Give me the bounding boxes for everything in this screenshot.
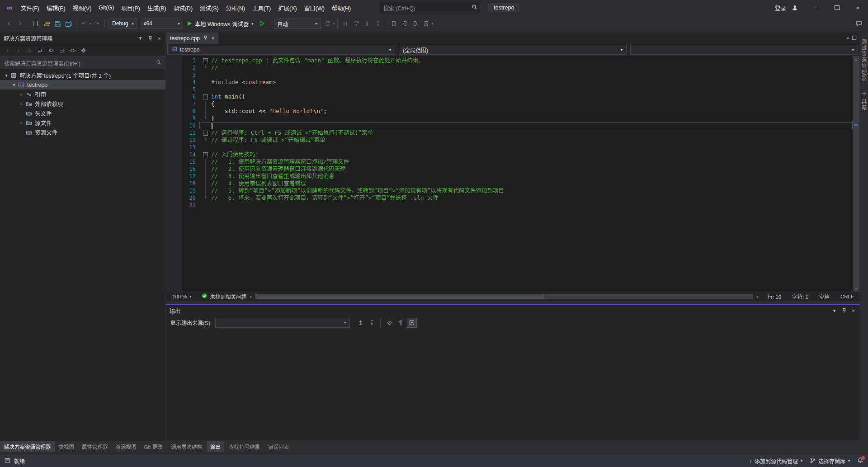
line-number[interactable]: 14 <box>182 151 199 158</box>
line-body[interactable]: │// 5. 转到“项目”>“添加新项”以创建新的代码文件，或转到“项目”>“添… <box>199 187 853 194</box>
menu-item-7[interactable]: 测试(S) <box>196 0 222 15</box>
scroll-left-arrow-icon[interactable]: ◂ <box>246 294 255 299</box>
toolbar-overflow-chevron-icon[interactable]: ▾ <box>432 22 434 26</box>
start-without-debugging-icon[interactable] <box>257 18 268 29</box>
line-number[interactable]: 11 <box>182 130 199 136</box>
line-number[interactable]: 13 <box>182 144 199 151</box>
minimize-button[interactable] <box>806 0 826 15</box>
navigate-back-icon[interactable] <box>4 18 14 29</box>
maximize-button[interactable] <box>826 0 847 15</box>
solution-configuration-combo[interactable]: Debug ▾ <box>108 19 137 29</box>
code-line[interactable]: 12└// 调试程序: F5 或调试 >“开始调试”菜单 <box>182 137 853 144</box>
code-line[interactable]: 18│// 4. 使用错误列表窗口查看错误 <box>182 180 853 187</box>
code-line[interactable]: 2└// <box>182 64 853 71</box>
clear-bookmarks-icon[interactable] <box>421 18 432 29</box>
switch-views-icon[interactable]: ⇄ <box>35 46 45 55</box>
line-number[interactable]: 10 <box>182 123 199 129</box>
step-out-icon[interactable] <box>373 18 383 29</box>
menu-item-2[interactable]: 视图(V) <box>69 0 95 15</box>
fold-collapse-icon[interactable]: - <box>202 93 208 100</box>
fold-collapse-icon[interactable]: - <box>202 57 208 64</box>
fold-collapse-icon[interactable]: - <box>202 129 208 137</box>
code-line[interactable]: 1-// testrepo.cpp : 此文件包含 "main" 函数。程序执行… <box>182 57 853 64</box>
send-feedback-icon[interactable] <box>854 18 864 29</box>
tree-item-6[interactable]: 资源文件 <box>0 127 165 137</box>
line-body[interactable]: #include <iostream> <box>199 79 853 86</box>
line-body[interactable]: │// 2. 使用团队资源管理器窗口连接到源代码管理 <box>199 165 853 173</box>
line-body[interactable] <box>199 144 853 151</box>
document-tab-testrepo-cpp[interactable]: testrepo.cpp × <box>166 33 218 44</box>
auto-hide-tab-0[interactable]: 测试资源管理器 <box>860 39 868 82</box>
line-body[interactable]: └// 6. 将来，若要再次打开此项目，请转到“文件”>“打开”>“项目”并选择… <box>199 194 853 202</box>
line-body[interactable]: │{ <box>199 100 853 108</box>
code-line[interactable]: 10 <box>182 122 853 129</box>
code-line[interactable]: 9└} <box>182 115 853 122</box>
menu-item-10[interactable]: 扩展(X) <box>274 0 301 15</box>
step-into-icon[interactable] <box>362 18 373 29</box>
line-body[interactable]: │// 3. 使用输出窗口查看生成输出和其他消息 <box>199 173 853 180</box>
line-number[interactable]: 19 <box>182 188 199 194</box>
home-icon[interactable]: ⌂ <box>24 46 34 55</box>
tree-item-3[interactable]: ▹外部依赖项 <box>0 99 165 108</box>
pin-icon[interactable] <box>203 35 208 42</box>
break-all-icon[interactable] <box>340 18 351 29</box>
save-all-icon[interactable] <box>63 18 74 29</box>
tree-item-5[interactable]: ▹源文件 <box>0 118 165 127</box>
se-back-icon[interactable]: ‹ <box>3 46 12 55</box>
sidebar-tab-2[interactable]: 属性管理器 <box>78 441 112 452</box>
toggle-word-wrap-icon[interactable]: ¶ <box>396 318 406 328</box>
code-line[interactable]: 4#include <iostream> <box>182 79 853 86</box>
tree-item-4[interactable]: 头文件 <box>0 108 165 118</box>
navigate-forward-icon[interactable] <box>14 18 25 29</box>
menu-item-1[interactable]: 编辑(E) <box>43 0 69 15</box>
line-body[interactable]: │ std::cout << "Hello World!\n"; <box>199 108 853 115</box>
line-body[interactable]: └// 调试程序: F5 或调试 >“开始调试”菜单 <box>199 137 853 144</box>
output-source-combo[interactable]: ▾ <box>215 318 350 328</box>
code-line[interactable]: 19│// 5. 转到“项目”>“添加新项”以创建新的代码文件，或转到“项目”>… <box>182 187 853 194</box>
code-editor-surface[interactable]: 1-// testrepo.cpp : 此文件包含 "main" 函数。程序执行… <box>166 56 859 292</box>
menu-item-11[interactable]: 窗口(W) <box>301 0 328 15</box>
line-number[interactable]: 7 <box>182 101 199 107</box>
close-icon[interactable]: × <box>849 307 858 315</box>
line-body[interactable]: -// 运行程序: Ctrl + F5 或调试 >“开始执行(不调试)”菜单 <box>199 129 853 137</box>
editor-horizontal-scrollbar[interactable] <box>255 294 753 299</box>
line-body[interactable]: -int main() <box>199 93 853 100</box>
scroll-down-arrow-icon[interactable]: ▾ <box>853 285 859 292</box>
line-number[interactable]: 16 <box>182 166 199 172</box>
background-tasks-icon[interactable] <box>5 458 10 465</box>
collapse-all-icon[interactable]: ⊟ <box>57 46 66 55</box>
panel-tab-2[interactable]: 查找符号结果 <box>225 441 264 452</box>
line-number[interactable]: 6 <box>182 94 199 100</box>
close-tab-icon[interactable]: × <box>211 35 214 42</box>
navbar-member-combo[interactable]: ▾ <box>630 45 858 55</box>
auto-hide-tab-1[interactable]: 工具箱 <box>860 93 868 111</box>
select-repository-button[interactable]: 选择存储库 ▾ <box>810 457 850 465</box>
add-to-source-control-button[interactable]: ↑ 添加到源代码管理 ▾ <box>749 457 802 465</box>
line-body[interactable]: └// <box>199 64 853 71</box>
open-file-icon[interactable] <box>41 18 52 29</box>
line-number[interactable]: 2 <box>182 65 199 71</box>
undo-icon[interactable]: ↶ <box>79 18 90 29</box>
line-ending-indicator[interactable]: CRLF <box>835 294 859 299</box>
close-button[interactable]: × <box>847 0 868 15</box>
line-number[interactable]: 1 <box>182 57 199 64</box>
zoom-selector[interactable]: 100 % ▾ <box>169 294 195 299</box>
menu-item-5[interactable]: 生成(B) <box>144 0 170 15</box>
panel-tab-0[interactable]: 调用层次结构 <box>167 441 206 452</box>
line-number[interactable]: 15 <box>182 159 199 165</box>
line-body[interactable] <box>199 202 853 209</box>
line-number[interactable]: 21 <box>182 202 199 208</box>
line-body[interactable] <box>199 71 853 79</box>
output-content-area[interactable] <box>166 329 859 440</box>
menu-item-8[interactable]: 分析(N) <box>222 0 249 15</box>
tree-item-2[interactable]: ▹引用 <box>0 90 165 99</box>
menu-item-3[interactable]: Git(G) <box>95 0 118 15</box>
line-number[interactable]: 3 <box>182 72 199 78</box>
solution-platform-combo[interactable]: x64 ▾ <box>140 19 183 29</box>
code-line[interactable]: 14-// 入门使用技巧: <box>182 151 853 158</box>
code-line[interactable]: 17│// 3. 使用输出窗口查看生成输出和其他消息 <box>182 173 853 180</box>
notifications-button[interactable] <box>857 457 863 465</box>
code-line[interactable]: 21 <box>182 202 853 209</box>
code-line[interactable]: 7│{ <box>182 100 853 108</box>
close-icon[interactable]: × <box>155 34 164 42</box>
